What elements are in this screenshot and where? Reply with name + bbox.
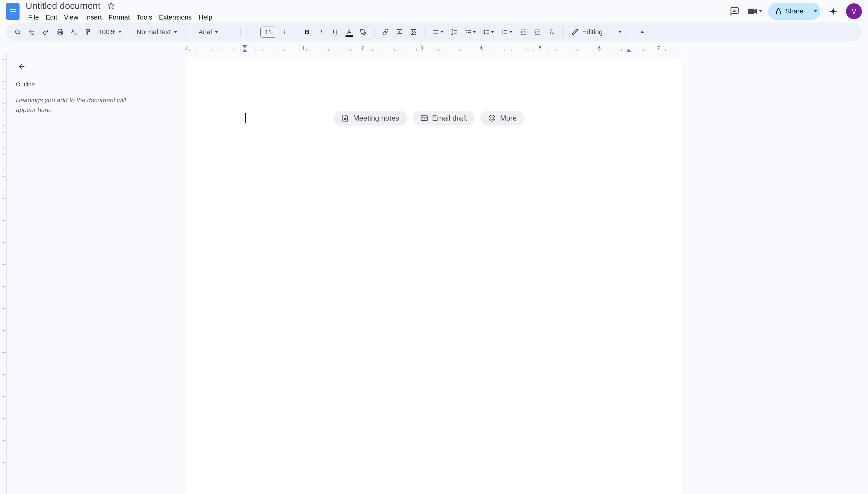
chip-label: Meeting notes: [353, 114, 399, 122]
editing-mode-label: Editing: [582, 28, 603, 36]
font-size-input[interactable]: [260, 26, 276, 38]
svg-point-16: [412, 31, 413, 32]
decrease-indent-button[interactable]: [517, 26, 529, 38]
share-button[interactable]: Share: [768, 3, 810, 20]
underline-button[interactable]: U: [329, 26, 341, 38]
toolbar-separator: [240, 27, 241, 37]
increase-indent-button[interactable]: [531, 26, 543, 38]
menu-edit[interactable]: Edit: [42, 12, 60, 23]
at-icon: [488, 114, 496, 122]
docs-app-icon[interactable]: [6, 3, 20, 20]
account-avatar[interactable]: V: [846, 3, 862, 19]
svg-point-28: [484, 32, 485, 33]
right-indent-marker[interactable]: [626, 49, 631, 52]
decrease-font-size-button[interactable]: [246, 26, 258, 38]
align-button[interactable]: [430, 26, 446, 38]
zoom-select[interactable]: 100%: [96, 28, 124, 36]
undo-button[interactable]: [26, 26, 38, 38]
zoom-value: 100%: [98, 28, 115, 36]
gemini-button[interactable]: [827, 4, 840, 18]
menu-file[interactable]: File: [25, 12, 42, 23]
svg-rect-5: [776, 11, 781, 14]
toolbar-separator: [296, 27, 296, 37]
horizontal-ruler[interactable]: 11234567: [6, 44, 868, 53]
ruler-number: 4: [480, 45, 482, 50]
bulleted-list-button[interactable]: [480, 26, 497, 38]
menu-view[interactable]: View: [61, 12, 81, 23]
menu-extensions[interactable]: Extensions: [156, 12, 195, 23]
menu-help[interactable]: Help: [195, 12, 215, 23]
comment-history-button[interactable]: [728, 4, 741, 18]
chevron-down-icon: [473, 31, 476, 33]
font-family-value: Arial: [198, 28, 212, 36]
svg-point-6: [16, 30, 20, 34]
line-spacing-button[interactable]: [448, 26, 460, 38]
svg-rect-3: [748, 9, 754, 14]
toolbar-separator: [562, 27, 563, 37]
meeting-notes-chip[interactable]: Meeting notes: [334, 111, 407, 126]
italic-button[interactable]: I: [315, 26, 327, 38]
docs-icon-lines: [10, 9, 16, 14]
add-comment-button[interactable]: [393, 26, 406, 38]
share-button-group: Share: [768, 3, 821, 20]
redo-button[interactable]: [40, 26, 52, 38]
checklist-button[interactable]: [462, 26, 478, 38]
star-icon[interactable]: [107, 2, 115, 10]
document-title-input[interactable]: Untitled document: [24, 0, 102, 12]
more-chip[interactable]: More: [480, 111, 525, 126]
share-dropdown-button[interactable]: [810, 3, 821, 20]
left-indent-marker[interactable]: [242, 49, 247, 52]
insert-link-button[interactable]: [379, 26, 392, 38]
insert-image-button[interactable]: [408, 26, 420, 38]
menu-insert[interactable]: Insert: [82, 12, 105, 23]
svg-point-26: [484, 30, 485, 31]
menu-bar: File Edit View Insert Format Tools Exten…: [24, 12, 215, 23]
svg-line-7: [19, 33, 20, 35]
chevron-down-icon: [759, 11, 762, 12]
bold-button[interactable]: B: [301, 26, 313, 38]
chevron-down-icon: [491, 31, 494, 33]
font-size-group: [246, 26, 291, 38]
close-outline-button[interactable]: [16, 60, 28, 73]
title-block: Untitled document File Edit View Insert …: [24, 0, 215, 23]
toolbar-separator: [129, 27, 129, 37]
svg-point-30: [484, 33, 485, 34]
font-family-select[interactable]: Arial: [196, 28, 236, 36]
ruler-number: 1: [302, 45, 304, 50]
menu-format[interactable]: Format: [105, 12, 133, 23]
text-color-button[interactable]: A: [343, 26, 355, 38]
editing-mode-button[interactable]: Editing: [567, 28, 626, 36]
numbered-list-button[interactable]: 123: [499, 26, 515, 38]
document-page[interactable]: Meeting notes Email draft More: [187, 58, 681, 494]
outline-placeholder-text: Headings you add to the document will ap…: [16, 95, 147, 114]
vertical-ruler[interactable]: [0, 53, 7, 494]
template-chip-row: Meeting notes Email draft More: [334, 111, 525, 126]
chevron-down-icon: [619, 31, 622, 33]
chip-label: Email draft: [432, 114, 467, 122]
chevron-down-icon: [174, 31, 177, 33]
svg-point-52: [491, 117, 493, 119]
paragraph-style-select[interactable]: Normal text: [134, 28, 186, 36]
title-row: Untitled document: [24, 0, 215, 12]
clear-formatting-button[interactable]: [545, 26, 557, 38]
ruler-number: 3: [420, 45, 423, 50]
svg-marker-4: [754, 9, 757, 14]
print-button[interactable]: [54, 26, 66, 38]
document-icon: [341, 114, 349, 122]
highlight-color-button[interactable]: [357, 26, 369, 38]
menu-tools[interactable]: Tools: [133, 12, 155, 23]
spellcheck-button[interactable]: [68, 26, 80, 38]
meet-button[interactable]: [747, 6, 762, 17]
first-line-indent-marker[interactable]: [242, 45, 247, 48]
svg-rect-8: [58, 33, 62, 35]
increase-font-size-button[interactable]: [279, 26, 291, 38]
document-canvas[interactable]: Meeting notes Email draft More: [175, 53, 868, 494]
search-menus-button[interactable]: [12, 26, 24, 38]
toolbar-separator: [425, 27, 425, 37]
ruler-number: 1: [185, 45, 188, 50]
collapse-toolbar-button[interactable]: [636, 26, 648, 38]
email-draft-chip[interactable]: Email draft: [413, 111, 475, 126]
chevron-up-icon: [640, 31, 644, 33]
paint-format-button[interactable]: [82, 26, 94, 38]
email-icon: [420, 114, 428, 122]
